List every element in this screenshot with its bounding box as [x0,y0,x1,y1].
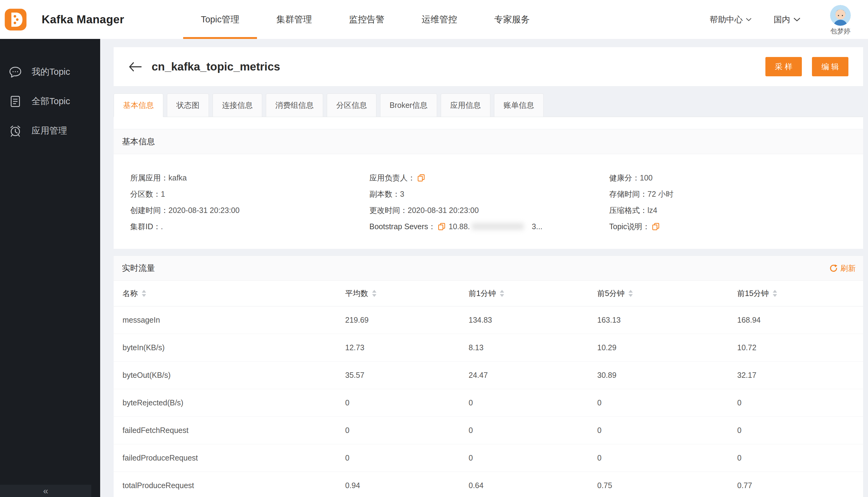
metric-value-cell: 0.77 [737,481,863,490]
field-retention-time: 存储时间：72 小时 [609,189,863,199]
field-partition-count: 分区数：1 [130,189,370,199]
nav-item-topic[interactable]: Topic管理 [201,0,240,39]
sidebar-item-all-topic[interactable]: 全部Topic [0,92,100,111]
field-health-score: 健康分：100 [609,173,863,182]
basic-info-fields: 所属应用：kafka应用负责人：健康分：100分区数：1副本数：3存储时间：72… [114,154,863,231]
nav-item-expert[interactable]: 专家服务 [494,0,530,39]
field-label: 存储时间： [609,189,648,199]
sort-icon[interactable] [372,290,376,297]
chat-icon [8,65,23,79]
refresh-button[interactable]: 刷新 [829,263,856,273]
nav-item-monitor[interactable]: 监控告警 [349,0,385,39]
nav-item-cluster[interactable]: 集群管理 [276,0,312,39]
metric-value-cell: 219.69 [345,316,468,325]
metric-value-cell: 168.94 [737,316,863,325]
field-value: 1 [161,190,165,199]
metric-value-cell: 30.89 [597,371,737,380]
metric-name-cell: byteIn(KB/s) [122,343,345,352]
metric-value-cell: 0 [345,426,468,435]
field-label: 健康分： [609,173,640,183]
column-header-label: 平均数 [345,288,368,298]
sort-icon[interactable] [628,290,633,297]
region-label: 国内 [774,14,790,25]
help-center-link[interactable]: 帮助中心 [710,14,752,25]
column-header: 平均数 [345,288,468,298]
field-label: 压缩格式： [609,205,648,215]
field-compression: 压缩格式：lz4 [609,205,863,215]
metric-value-cell: 0 [737,454,863,463]
avatar[interactable] [830,5,851,26]
tab-status-chart[interactable]: 状态图 [167,94,209,117]
region-select[interactable]: 国内 [774,14,801,25]
sidebar-collapse-button[interactable]: « [0,485,91,497]
copy-icon[interactable] [652,223,660,230]
sidebar-item-app-management[interactable]: 应用管理 [0,122,100,140]
tab-connection[interactable]: 连接信息 [213,94,262,117]
field-topic-description: Topic说明： [609,222,863,231]
metric-value-cell: 12.73 [345,343,468,352]
nav-item-ops[interactable]: 运维管控 [421,0,457,39]
tab-application[interactable]: 应用信息 [441,94,490,117]
field-value: 100 [640,173,653,182]
metric-value-cell: 0 [737,426,863,435]
metric-value-cell: 0 [597,398,737,407]
back-button[interactable] [128,61,142,73]
table-row: byteRejected(B/s)0000 [114,389,863,417]
chevron-down-icon [793,17,801,22]
tab-billing[interactable]: 账单信息 [494,94,544,117]
sidebar-item-label: 全部Topic [31,95,70,108]
sidebar-item-label: 我的Topic [31,66,70,78]
field-update-time: 更改时间：2020-08-31 20:23:00 [370,205,609,215]
realtime-traffic-card: 实时流量 刷新 名称平均数前1分钟前5分钟前15分钟 messageIn219.… [114,256,863,497]
column-header: 前5分钟 [597,288,737,298]
column-header-label: 前1分钟 [468,288,496,298]
metric-value-cell: 0.64 [468,481,597,490]
realtime-section-bar: 实时流量 刷新 [114,256,863,281]
column-header: 前15分钟 [737,288,863,298]
sort-icon[interactable] [500,290,504,297]
column-header-label: 前15分钟 [737,288,769,298]
metric-name-cell: byteRejected(B/s) [122,398,345,407]
sample-button[interactable]: 采 样 [765,57,802,76]
app-logo[interactable] [4,8,27,31]
metric-name-cell: failedProduceRequest [122,454,345,463]
table-row: failedFetchRequest0000 [114,417,863,444]
sidebar-item-my-topic[interactable]: 我的Topic [0,63,100,81]
tab-basic[interactable]: 基本信息 [114,94,163,117]
basic-info-section-title: 基本信息 [122,136,155,147]
metric-name-cell: totalProduceRequest [122,481,345,490]
brand-title: Kafka Manager [42,13,124,26]
field-label: 更改时间： [370,205,408,215]
alarm-icon [8,124,23,138]
metric-value-cell: 24.47 [468,371,597,380]
field-app-owner: 应用负责人： [370,173,609,182]
tab-broker[interactable]: Broker信息 [380,94,437,117]
field-value: lz4 [648,206,657,215]
field-label: 所属应用： [130,173,169,183]
copy-icon[interactable] [438,223,446,230]
copy-icon[interactable] [417,174,425,182]
column-header: 名称 [122,288,345,298]
tab-bar: 基本信息状态图连接信息消费组信息分区信息Broker信息应用信息账单信息 [114,94,863,117]
edit-button[interactable]: 编 辑 [812,57,849,76]
sort-icon[interactable] [773,290,777,297]
refresh-icon [829,264,838,272]
metric-value-cell: 35.57 [345,371,468,380]
page-header-card: cn_kafka_topic_metrics 采 样编 辑 [114,47,863,86]
sort-icon[interactable] [142,290,146,297]
metric-value-cell: 134.83 [468,316,597,325]
tab-partition[interactable]: 分区信息 [327,94,376,117]
metric-value-cell: 0 [345,398,468,407]
table-header-row: 名称平均数前1分钟前5分钟前15分钟 [114,281,863,307]
field-value: 3... [532,222,542,231]
sidebar: 我的Topic全部Topic应用管理 « [0,39,100,497]
tab-consumer-group[interactable]: 消费组信息 [266,94,323,117]
chevron-down-icon [746,18,752,21]
field-value: 2020-08-31 20:23:00 [169,206,240,215]
metric-value-cell: 10.29 [597,343,737,352]
field-label: Bootstrap Severs： [370,222,436,232]
top-header: Kafka Manager Topic管理集群管理监控告警运维管控专家服务 帮助… [0,0,868,39]
metric-value-cell: 32.17 [737,371,863,380]
metric-value-cell: 0 [737,398,863,407]
metric-value-cell: 0 [345,454,468,463]
